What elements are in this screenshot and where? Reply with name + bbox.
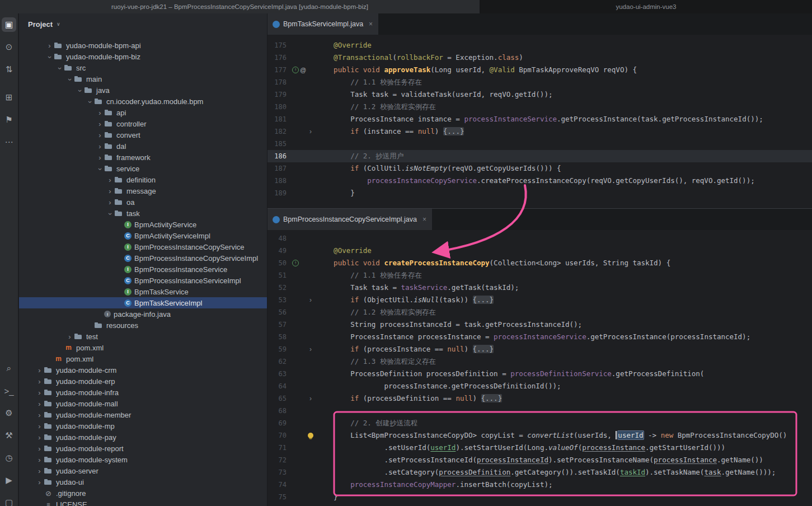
code-line[interactable]: 70 List<BpmProcessInstanceCopyDO> copyLi… [267,429,812,442]
code-line[interactable]: 52 Task task = taskService.getTask(taskI… [267,282,812,294]
line-number[interactable]: 69 [267,419,288,427]
code-line[interactable]: 51 // 1.1 校验任务存在 [267,269,812,282]
tree-item[interactable]: ›yudao-module-crm [19,364,267,376]
tree-item[interactable]: ⊘.gitignore [19,488,267,499]
commit-icon[interactable]: ⊙ [2,40,16,54]
tree-item[interactable]: ›test [19,331,267,342]
tab-bpm-task-service-impl[interactable]: BpmTaskServiceImpl.java × [267,13,378,35]
code-line[interactable]: 71 .setUserId(userId).setStartUserId(Lon… [267,442,812,454]
line-number[interactable]: 59 [267,345,288,353]
chevron-icon[interactable]: › [106,187,114,195]
code-line[interactable]: 73 .setCategory(processDefinition.getCat… [267,466,812,479]
code-line[interactable]: 182› if (instance == null) {...} [267,125,812,138]
chevron-icon[interactable]: › [35,388,44,397]
tree-item[interactable]: CBpmTaskServiceImpl [19,297,267,308]
profiler-icon[interactable]: ◷ [2,451,16,465]
code-line[interactable]: 57 String processInstanceId = task.getPr… [267,318,812,331]
code-line[interactable]: 65› if (processDefinition == null) {...} [267,392,812,405]
chevron-icon[interactable]: › [45,41,54,50]
tree-item[interactable]: CBpmActivityServiceImpl [19,230,267,241]
tree-item[interactable]: ›src [19,62,267,73]
chevron-icon[interactable]: › [35,444,44,453]
tree-item[interactable]: ›java [19,85,267,96]
line-number[interactable]: 58 [267,333,288,341]
intention-bulb-icon[interactable] [308,433,313,438]
code-line[interactable]: 49 @Override [267,245,812,257]
code-line[interactable]: 69 // 2. 创建抄送流程 [267,417,812,429]
chevron-icon[interactable]: › [65,332,74,341]
line-number[interactable]: 53 [267,296,288,304]
tree-item[interactable]: ≡LICENSE [19,499,267,506]
line-number[interactable]: 48 [267,235,288,242]
line-number[interactable]: 185 [267,140,288,148]
chevron-icon[interactable]: › [96,165,105,173]
fold-icon[interactable]: › [304,128,317,135]
tree-item[interactable]: ›api [19,107,267,118]
override-gutter-icon[interactable]: ↑ [292,260,299,266]
tree-item[interactable]: ›convert [19,129,267,140]
tree-item[interactable]: ›oa [19,196,267,208]
line-number[interactable]: 187 [267,165,288,172]
line-number[interactable]: 73 [267,468,288,476]
tree-item[interactable]: ›dal [19,140,267,152]
code-line[interactable]: 188 processInstanceCopyService.createPro… [267,175,812,187]
code-line[interactable]: 53› if (ObjectUtil.isNull(task)) {...} [267,294,812,306]
tree-item[interactable]: ›service [19,163,267,174]
tree-item[interactable]: CBpmProcessInstanceCopyServiceImpl [19,252,267,264]
code-line[interactable]: 63 ProcessDefinition processDefinition =… [267,368,812,380]
line-number[interactable]: 64 [267,382,288,390]
project-panel-header[interactable]: Project ∨ [19,13,267,35]
fold-icon[interactable]: › [304,395,317,402]
code-line[interactable]: 68 [267,405,812,417]
tree-item[interactable]: IBpmActivityService [19,219,267,230]
tree-item[interactable]: mpom.xml [19,353,267,364]
tab-bpm-process-instance-copy-service-impl[interactable]: BpmProcessInstanceCopyServiceImpl.java × [267,209,432,230]
code-line[interactable]: 56 // 1.2 校验流程实例存在 [267,306,812,318]
chevron-icon[interactable]: › [106,176,114,184]
close-icon[interactable]: × [423,215,426,223]
code-line[interactable]: 59› if (processInstance == null) {...} [267,343,812,355]
line-number[interactable]: 71 [267,444,288,452]
line-number[interactable]: 175 [267,41,288,49]
tree-item[interactable]: ›main [19,73,267,85]
code-line[interactable]: 178 // 1.1 校验任务存在 [267,76,812,88]
code-line[interactable]: 48 [267,232,812,245]
chevron-icon[interactable]: › [35,377,44,386]
tree-item[interactable]: ›yudao-module-mp [19,420,267,432]
project-icon[interactable]: ▣ [2,17,16,32]
line-number[interactable]: 186 [267,152,288,160]
line-number[interactable]: 74 [267,481,288,489]
chevron-icon[interactable]: › [76,86,85,95]
tree-item[interactable]: ›yudao-module-bpm-biz [19,51,267,62]
tree-item[interactable]: resources [19,320,267,331]
line-number[interactable]: 72 [267,456,288,464]
line-number[interactable]: 178 [267,78,288,86]
code-line[interactable]: 180 // 1.2 校验流程实例存在 [267,101,812,113]
code-line[interactable]: 185 [267,138,812,150]
code-line[interactable]: 177↑@ public void approveTask(Long userI… [267,64,812,76]
chevron-icon[interactable]: › [86,97,95,106]
code-line[interactable]: 181 ProcessInstance instance = processIn… [267,113,812,125]
chevron-icon[interactable]: › [35,366,44,374]
line-number[interactable]: 62 [267,358,288,366]
chevron-icon[interactable]: › [35,467,44,475]
line-number[interactable]: 63 [267,370,288,378]
tree-item[interactable]: ›yudao-ui [19,476,267,488]
line-number[interactable]: 70 [267,432,288,439]
tree-item[interactable]: ›yudao-module-system [19,454,267,465]
tree-item[interactable]: ›message [19,185,267,196]
line-number[interactable]: 179 [267,91,288,99]
notifications-icon[interactable]: ▢ [2,495,16,506]
bookmarks-icon[interactable]: ⚑ [2,113,16,127]
code-line[interactable]: 176 @Transactional(rollbackFor = Excepti… [267,51,812,64]
code-line[interactable]: 50↑ public void createProcessInstanceCop… [267,257,812,269]
tree-item[interactable]: ›framework [19,152,267,163]
tree-item[interactable]: mpom.xml [19,342,267,353]
line-number[interactable]: 188 [267,177,288,185]
pull-requests-icon[interactable]: ⇅ [2,62,16,77]
tree-item[interactable]: IBpmProcessInstanceCopyService [19,241,267,252]
line-number[interactable]: 180 [267,103,288,111]
chevron-icon[interactable]: › [35,478,44,486]
structure-icon[interactable]: ⊞ [2,90,16,105]
chevron-icon[interactable]: › [96,142,104,151]
